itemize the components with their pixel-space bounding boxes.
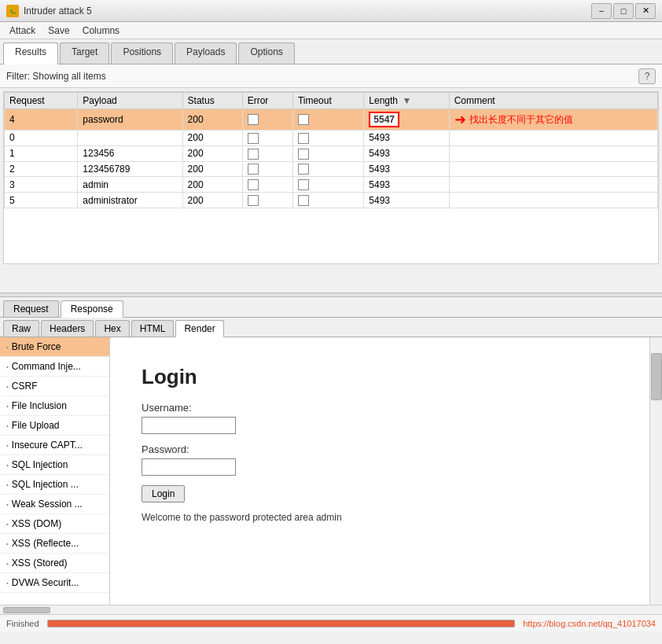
tab-request[interactable]: Request [3,300,59,317]
table-row[interactable]: 11234562005493 [5,145,658,161]
cell-error [242,109,292,131]
sidebar-item-label: Weak Session ... [12,499,83,510]
sort-icon: ▼ [402,95,411,106]
results-table: Request Payload Status Error Timeout Len… [4,92,658,208]
dot-icon: • [6,481,9,488]
cell-timeout [292,109,363,131]
progress-fill [48,620,515,627]
sidebar-item-label: XSS (Stored) [12,558,68,569]
login-button[interactable]: Login [142,485,185,502]
col-status[interactable]: Status [182,93,242,109]
h-scroll-thumb[interactable] [3,607,50,613]
maximize-button[interactable]: □ [613,3,634,19]
dot-icon: • [6,422,9,429]
sidebar-item-csrf[interactable]: • CSRF [0,377,109,396]
dot-icon: • [6,442,9,449]
menu-save[interactable]: Save [42,24,75,38]
scroll-thumb[interactable] [651,353,662,400]
close-button[interactable]: ✕ [635,3,656,19]
dot-icon: • [6,501,9,508]
cell-comment [449,131,657,146]
tab-payloads[interactable]: Payloads [175,42,237,64]
subtab-render[interactable]: Render [175,320,223,337]
sidebar-item-file-inclusion[interactable]: • File Inclusion [0,396,109,416]
col-length[interactable]: Length ▼ [364,93,449,109]
sidebar-item-sql-injection-blind[interactable]: • SQL Injection ... [0,475,109,495]
help-button[interactable]: ? [638,68,656,84]
cell-request: 1 [5,145,78,161]
cell-length: 5493 [364,131,449,146]
cell-payload: admin [78,177,182,193]
sidebar-item-label: CSRF [12,381,38,392]
col-timeout[interactable]: Timeout [292,93,363,109]
title-bar-left: 🐛 Intruder attack 5 [6,5,92,17]
table-row[interactable]: 3admin2005493 [5,177,658,193]
app-icon: 🐛 [6,5,19,17]
sidebar-item-xss-stored[interactable]: • XSS (Stored) [0,554,109,573]
dot-icon: • [6,540,9,547]
sidebar-item-weak-session[interactable]: • Weak Session ... [0,495,109,514]
sidebar-item-xss-reflected[interactable]: • XSS (Reflecte... [0,534,109,554]
tab-options[interactable]: Options [238,42,294,64]
menu-columns[interactable]: Columns [76,24,126,38]
username-input[interactable] [142,417,236,434]
sidebar-item-xss-dom[interactable]: • XSS (DOM) [0,514,109,534]
vertical-scrollbar[interactable] [649,337,662,605]
sidebar-item-sql-injection[interactable]: • SQL Injection [0,455,109,475]
tab-response[interactable]: Response [61,300,123,318]
cell-comment [449,145,657,161]
subtab-hex[interactable]: Hex [95,320,129,337]
results-section: Request Payload Status Error Timeout Len… [0,88,662,293]
cell-length: 5493 [364,161,449,177]
status-url: https://blog.csdn.net/qq_41017034 [523,619,656,628]
table-row[interactable]: 02005493 [5,131,658,146]
cell-comment: ➜ 找出长度不同于其它的值 [449,109,657,131]
col-payload[interactable]: Payload [78,93,182,109]
dot-icon: • [6,383,9,390]
tab-positions[interactable]: Positions [111,42,173,64]
col-request[interactable]: Request [5,93,78,109]
table-row[interactable]: 5administrator2005493 [5,193,658,208]
horizontal-scrollbar[interactable] [0,605,662,614]
title-bar: 🐛 Intruder attack 5 − □ ✕ [0,0,662,22]
table-row[interactable]: 4password2005547➜ 找出长度不同于其它的值 [5,109,658,131]
minimize-button[interactable]: − [591,3,612,19]
password-label: Password: [142,443,618,455]
tab-target[interactable]: Target [60,42,109,64]
username-label: Username: [142,402,618,414]
cell-status: 200 [182,193,242,208]
sidebar-item-brute-force[interactable]: • Brute Force [0,337,109,357]
filter-label: Filter: Showing all items [6,71,106,82]
menu-bar: Attack Save Columns [0,22,662,39]
cell-length: 5493 [364,177,449,193]
cell-request: 3 [5,177,78,193]
sidebar-item-command-inject[interactable]: • Command Inje... [0,357,109,377]
cell-length: 5493 [364,193,449,208]
menu-attack[interactable]: Attack [3,24,42,38]
cell-error [242,145,292,161]
login-panel: Login Username: Password: Login Welcome … [126,353,634,535]
left-sidebar: • Brute Force • Command Inje... • CSRF •… [0,337,110,605]
status-label: Finished [6,619,39,628]
subtab-headers[interactable]: Headers [41,320,94,337]
cell-comment [449,193,657,208]
dot-icon: • [6,462,9,469]
cell-status: 200 [182,145,242,161]
table-row[interactable]: 21234567892005493 [5,161,658,177]
results-table-container[interactable]: Request Payload Status Error Timeout Len… [3,91,659,264]
sidebar-item-dvwa-security[interactable]: • DVWA Securit... [0,573,109,593]
password-input[interactable] [142,458,236,476]
sidebar-item-insecure-captcha[interactable]: • Insecure CAPT... [0,436,109,455]
cell-error [242,131,292,146]
subtab-raw[interactable]: Raw [3,320,39,337]
cell-error [242,161,292,177]
dot-icon: • [6,344,9,351]
col-comment[interactable]: Comment [449,93,657,109]
subtab-html[interactable]: HTML [131,320,175,337]
cell-comment [449,161,657,177]
sidebar-item-label: SQL Injection ... [12,479,79,490]
col-error[interactable]: Error [242,93,292,109]
tab-results[interactable]: Results [3,42,58,64]
cell-error [242,177,292,193]
sidebar-item-file-upload[interactable]: • File Upload [0,416,109,436]
